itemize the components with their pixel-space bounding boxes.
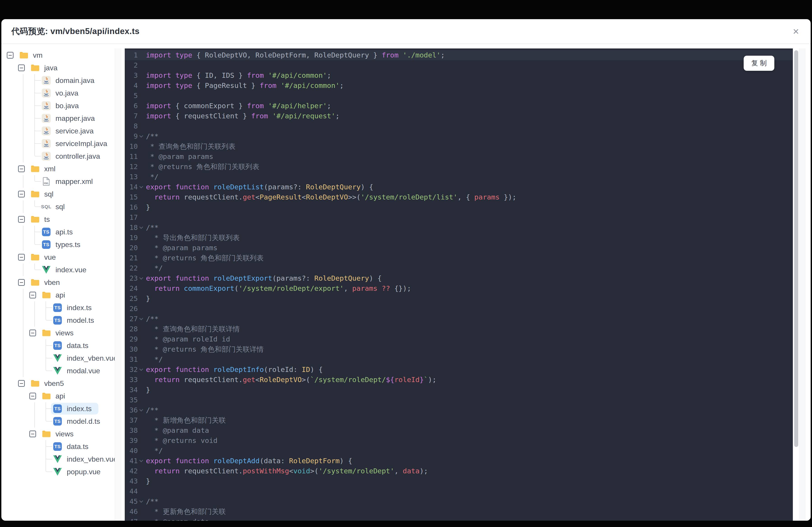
tree-item[interactable]: ts xyxy=(28,213,57,225)
fold-chevron-icon[interactable] xyxy=(140,185,143,189)
tree-folder-api[interactable]: api xyxy=(1,289,115,301)
copy-button[interactable]: 复 制 xyxy=(744,56,774,71)
tree-item[interactable]: sql xyxy=(28,188,60,200)
collapse-toggle-icon[interactable] xyxy=(18,191,25,197)
code-scrollbar-thumb[interactable] xyxy=(794,50,798,447)
tree-item[interactable]: views xyxy=(40,327,80,339)
fold-chevron-icon[interactable] xyxy=(140,134,143,138)
tree-file-vo.java[interactable]: vo.java xyxy=(1,87,115,100)
tree-file-types.ts[interactable]: TStypes.ts xyxy=(1,238,115,251)
tree-item[interactable]: vue xyxy=(28,251,63,263)
fold-chevron-icon[interactable] xyxy=(140,458,143,462)
tree-item[interactable]: vben5 xyxy=(28,378,71,389)
tree-file-mapper.java[interactable]: mapper.java xyxy=(1,112,115,125)
tree-item[interactable]: vm xyxy=(17,49,49,61)
collapse-toggle-icon[interactable] xyxy=(18,279,25,286)
tree-item[interactable]: popup.vue xyxy=(51,466,107,478)
collapse-toggle-icon[interactable] xyxy=(18,380,25,387)
fold-chevron-icon[interactable] xyxy=(140,408,143,411)
tree-item[interactable]: controller.java xyxy=(40,150,107,162)
tree-item-selected[interactable]: TSindex.ts xyxy=(51,403,98,415)
collapse-toggle-icon[interactable] xyxy=(29,330,36,336)
tree-item[interactable]: vben xyxy=(28,276,67,288)
tree-folder-vm[interactable]: vm xyxy=(1,49,115,62)
tree-folder-java[interactable]: java xyxy=(1,62,115,74)
tree-file-bo.java[interactable]: bo.java xyxy=(1,100,115,112)
tree-item-label: vue xyxy=(44,253,56,261)
tree-item[interactable]: TSmodel.ts xyxy=(51,314,101,326)
tree-file-index.vue[interactable]: index.vue xyxy=(1,264,115,276)
collapse-toggle-icon[interactable] xyxy=(7,52,14,59)
tree-file-index.ts[interactable]: TSindex.ts xyxy=(1,402,115,415)
tree-item[interactable]: serviceImpl.java xyxy=(40,138,114,149)
tree-item[interactable]: mapper.java xyxy=(40,112,102,124)
tree-item[interactable]: TStypes.ts xyxy=(40,239,87,251)
collapse-toggle-icon[interactable] xyxy=(18,64,25,71)
fold-chevron-icon[interactable] xyxy=(140,276,143,280)
tree-item[interactable]: SQLsql xyxy=(40,201,72,213)
fold-chevron-icon[interactable] xyxy=(140,499,143,503)
tree-item[interactable]: index_vben.vue xyxy=(51,453,115,465)
tree-folder-vben[interactable]: vben xyxy=(1,276,115,289)
tree-item[interactable]: bo.java xyxy=(40,100,86,111)
tree-item[interactable]: TSmodel.d.ts xyxy=(51,416,107,427)
collapse-toggle-icon[interactable] xyxy=(29,431,36,437)
tree-item[interactable]: index.vue xyxy=(40,264,93,276)
tree-file-controller.java[interactable]: controller.java xyxy=(1,150,115,163)
tree-file-index_vben.vue[interactable]: index_vben.vue xyxy=(1,453,115,465)
line-number: 37 xyxy=(125,415,138,425)
tree-item[interactable]: TSdata.ts xyxy=(51,441,95,452)
sidebar-scrollbar-track[interactable] xyxy=(115,48,121,521)
tree-file-service.java[interactable]: service.java xyxy=(1,125,115,137)
tree-file-index.ts[interactable]: TSindex.ts xyxy=(1,301,115,314)
tree-file-popup.vue[interactable]: popup.vue xyxy=(1,465,115,478)
tree-item[interactable]: domain.java xyxy=(40,75,101,86)
line-number: 27 xyxy=(125,314,138,324)
tree-file-sql[interactable]: SQLsql xyxy=(1,200,115,213)
tree-item[interactable]: vo.java xyxy=(40,87,85,99)
tree-folder-sql[interactable]: sql xyxy=(1,188,115,200)
tree-file-model.ts[interactable]: TSmodel.ts xyxy=(1,314,115,327)
tree-folder-vben5[interactable]: vben5 xyxy=(1,377,115,390)
tree-item[interactable]: XMLmapper.xml xyxy=(40,176,100,187)
tree-item[interactable]: java xyxy=(28,62,64,74)
tree-item[interactable]: api xyxy=(40,390,72,402)
tree-file-domain.java[interactable]: domain.java xyxy=(1,74,115,87)
tree-folder-vue[interactable]: vue xyxy=(1,251,115,264)
tree-file-model.d.ts[interactable]: TSmodel.d.ts xyxy=(1,415,115,427)
collapse-toggle-icon[interactable] xyxy=(18,254,25,260)
tree-connector-elbow xyxy=(46,301,52,308)
collapse-toggle-icon[interactable] xyxy=(18,165,25,172)
tree-folder-ts[interactable]: ts xyxy=(1,213,115,226)
tree-item[interactable]: modal.vue xyxy=(51,365,107,377)
tree-item[interactable]: xml xyxy=(28,163,62,175)
fold-chevron-icon[interactable] xyxy=(140,316,143,320)
collapse-toggle-icon[interactable] xyxy=(29,292,36,298)
tree-item[interactable]: TSindex.ts xyxy=(51,302,98,314)
fold-chevron-icon[interactable] xyxy=(140,367,143,371)
tree-item[interactable]: TSdata.ts xyxy=(51,340,95,351)
fold-chevron-icon[interactable] xyxy=(140,225,143,229)
tree-file-serviceImpl.java[interactable]: serviceImpl.java xyxy=(1,137,115,150)
tree-file-data.ts[interactable]: TSdata.ts xyxy=(1,440,115,453)
tree-item-label: vben5 xyxy=(44,379,64,388)
tree-item[interactable]: index_vben.vue xyxy=(51,352,115,364)
code-scrollbar[interactable] xyxy=(793,48,799,521)
collapse-toggle-icon[interactable] xyxy=(29,393,36,400)
tree-folder-views[interactable]: views xyxy=(1,327,115,339)
close-icon[interactable]: × xyxy=(793,26,799,36)
tree-item[interactable]: views xyxy=(40,428,80,440)
tree-file-mapper.xml[interactable]: XMLmapper.xml xyxy=(1,175,115,188)
tree-file-data.ts[interactable]: TSdata.ts xyxy=(1,339,115,352)
tree-folder-api[interactable]: api xyxy=(1,390,115,402)
collapse-toggle-icon[interactable] xyxy=(18,216,25,223)
tree-file-index_vben.vue[interactable]: index_vben.vue xyxy=(1,352,115,364)
tree-folder-views[interactable]: views xyxy=(1,427,115,440)
tree-folder-xml[interactable]: xml xyxy=(1,163,115,175)
outer-scrollbar-track[interactable] xyxy=(799,48,805,521)
tree-item[interactable]: api xyxy=(40,289,72,301)
tree-item[interactable]: service.java xyxy=(40,125,100,137)
tree-item[interactable]: TSapi.ts xyxy=(40,226,79,238)
tree-file-modal.vue[interactable]: modal.vue xyxy=(1,364,115,377)
tree-file-api.ts[interactable]: TSapi.ts xyxy=(1,226,115,238)
